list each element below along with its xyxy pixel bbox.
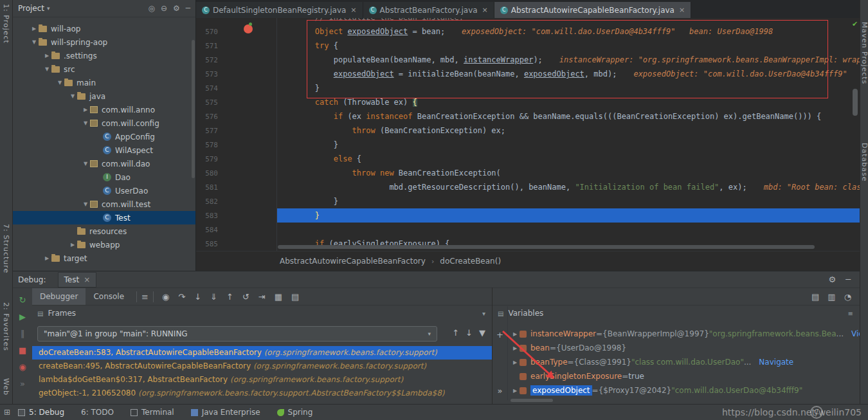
statusbar-item-spring[interactable]: Spring	[277, 408, 313, 417]
tree-item-main[interactable]: ▼main	[13, 76, 195, 89]
close-tab-icon[interactable]: ×	[679, 6, 685, 14]
collapse-all-icon[interactable]: ⊖	[161, 4, 167, 13]
chevron-down-icon[interactable]: ▼	[81, 120, 90, 126]
variables-horizontal-scrollbar[interactable]	[511, 399, 553, 402]
step-into-icon[interactable]: ↓	[194, 293, 201, 301]
tree-item-dao[interactable]: IDao	[13, 170, 195, 184]
frames-options-icon[interactable]: ▾	[482, 310, 492, 317]
line-number[interactable]: 585	[196, 237, 218, 251]
editor-tab-abstractbeanfactory-java[interactable]: CAbstractBeanFactory.java×	[363, 2, 494, 18]
tab-debugger[interactable]: Debugger	[32, 288, 86, 305]
line-number[interactable]: 583	[196, 209, 218, 223]
more-icon[interactable]: »	[20, 379, 25, 388]
link-view[interactable]: View	[851, 329, 860, 338]
statusbar-item-java-enterprise[interactable]: Java Enterprise	[191, 408, 260, 417]
debug-session-tab[interactable]: Test ×	[58, 272, 97, 288]
hide-icon[interactable]: ─	[845, 275, 851, 284]
line-number[interactable]: 575	[196, 96, 218, 110]
line-number[interactable]: 572	[196, 53, 218, 68]
rerun-icon[interactable]: ↻	[19, 296, 26, 304]
tree-item-resources[interactable]: resources	[13, 224, 195, 238]
code-editor[interactable]: // Initialize the bean instance.570 Obje…	[196, 18, 860, 251]
tree-item-wilaspect[interactable]: CWilAspect	[13, 143, 195, 157]
tree-item-java[interactable]: ▼java	[13, 89, 195, 103]
tree-item-userdao[interactable]: CUserDao	[13, 184, 195, 197]
chevron-down-icon[interactable]: ▼	[81, 201, 90, 207]
chevron-right-icon[interactable]: ▶	[42, 53, 51, 59]
restore-layout-icon[interactable]: ≡	[141, 293, 149, 301]
threads-view-icon[interactable]: ▥	[827, 293, 835, 301]
tree-item-test[interactable]: CTest	[13, 211, 195, 224]
thread-selector[interactable]: "main"@1 in group "main": RUNNING ▾	[37, 326, 437, 342]
variable-row[interactable]: ▶instanceWrapper = {BeanWrapperImpl@1997…	[508, 327, 860, 341]
line-number[interactable]: 576	[196, 110, 218, 124]
chevron-right-icon[interactable]: ▶	[511, 388, 520, 394]
tab-console[interactable]: Console	[86, 288, 132, 305]
chevron-down-icon[interactable]: ▼	[68, 93, 77, 99]
next-frame-icon[interactable]: ↓	[466, 329, 473, 337]
show-execution-point-icon[interactable]: ◉	[162, 293, 169, 301]
tree-item-appconfig[interactable]: CAppConfig	[13, 130, 195, 143]
tree-item-settings[interactable]: ▶.settings	[13, 49, 195, 62]
stop-icon[interactable]: ■	[19, 346, 26, 354]
line-number[interactable]: 581	[196, 181, 218, 195]
tool-button-favorites[interactable]: 2: Favorites	[2, 302, 10, 351]
tree-item-src[interactable]: ▼src	[13, 62, 195, 76]
line-number[interactable]: 582	[196, 195, 218, 209]
statusbar-item-5-debug[interactable]: 5: Debug	[18, 408, 64, 417]
run-to-cursor-icon[interactable]: ⇥	[258, 293, 266, 301]
chevron-right-icon[interactable]: ▶	[511, 360, 520, 365]
tree-item-com-will-config[interactable]: ▼com.will.config	[13, 116, 195, 130]
stack-frame[interactable]: doCreateBean:583, AbstractAutowireCapabl…	[32, 346, 492, 360]
breadcrumb-method[interactable]: doCreateBean()	[440, 257, 501, 266]
close-session-icon[interactable]: ×	[84, 275, 90, 284]
tree-item-com-will-anno[interactable]: ▶com.will.anno	[13, 103, 195, 116]
line-number[interactable]: 579	[196, 152, 218, 167]
breadcrumb-class[interactable]: AbstractAutowireCapableBeanFactory	[280, 257, 426, 266]
view-breakpoints-icon[interactable]: ◉	[19, 363, 26, 371]
drop-frame-icon[interactable]: ↺	[242, 293, 249, 301]
step-out-icon[interactable]: ↑	[226, 293, 233, 301]
settings-icon[interactable]: ⚙	[829, 275, 836, 284]
line-number[interactable]: 578	[196, 138, 218, 152]
tree-item-webapp[interactable]: ▶webapp	[13, 238, 195, 251]
tool-button-structure[interactable]: 7: Structure	[2, 224, 10, 273]
tree-item-will-spring-aop[interactable]: ▼will-spring-aop	[13, 35, 195, 49]
editor-vertical-scrollbar[interactable]	[853, 89, 858, 116]
settings-icon[interactable]: ⚙	[173, 4, 180, 13]
line-number[interactable]: 577	[196, 124, 218, 138]
chevron-down-icon[interactable]: ▼	[42, 66, 51, 72]
tree-item-com-will-test[interactable]: ▼com.will.test	[13, 197, 195, 211]
tree-item-will-aop[interactable]: ▶will-aop	[13, 22, 195, 35]
variable-row[interactable]: ▶beanType = {Class@1991} "class com.will…	[508, 355, 860, 369]
history-icon[interactable]: ◔	[844, 293, 851, 301]
tool-button-web[interactable]: Web	[2, 378, 10, 396]
stack-frame[interactable]: getObject:-1, 210652080 (org.springframe…	[32, 387, 492, 400]
view-options-icon[interactable]: ▤	[291, 293, 299, 301]
close-tab-icon[interactable]: ×	[350, 6, 356, 14]
editor-tab-abstractautowirecapablebeanfactory-java[interactable]: CAbstractAutowireCapableBeanFactory.java…	[494, 2, 691, 18]
variable-row[interactable]: ▶exposedObject = {$Proxy17@2042} "com.wi…	[508, 383, 860, 397]
line-number[interactable]: 573	[196, 68, 218, 82]
statusbar-item-6-todo[interactable]: 6: TODO	[81, 408, 114, 417]
hide-frames-icon[interactable]: ▼	[479, 329, 485, 337]
line-number[interactable]: 584	[196, 223, 218, 237]
tree-item-target[interactable]: ▶target	[13, 251, 195, 265]
tool-button-maven[interactable]: Maven Projects	[860, 22, 868, 84]
pause-icon[interactable]: ∥	[21, 329, 25, 338]
chevron-right-icon[interactable]: ▶	[30, 26, 39, 32]
layout-editor-icon[interactable]: ▤	[811, 293, 819, 301]
line-number[interactable]: 570	[196, 25, 218, 39]
chevron-right-icon[interactable]: ▶	[81, 107, 90, 113]
variable-row[interactable]: earlySingletonExposure = true	[508, 369, 860, 383]
locate-icon[interactable]: ◎	[148, 4, 154, 13]
close-tab-icon[interactable]: ×	[482, 6, 488, 14]
chevron-down-icon[interactable]: ▼	[81, 161, 90, 167]
project-tree-scrollbar[interactable]	[192, 40, 195, 178]
statusbar-item-terminal[interactable]: Terminal	[131, 408, 174, 417]
chevron-down-icon[interactable]: ▾	[47, 5, 50, 12]
evaluate-expression-icon[interactable]: ▦	[275, 293, 282, 301]
link-navigate[interactable]: Navigate	[759, 358, 793, 367]
line-number[interactable]: 580	[196, 167, 218, 181]
step-over-icon[interactable]: ↷	[178, 293, 185, 301]
